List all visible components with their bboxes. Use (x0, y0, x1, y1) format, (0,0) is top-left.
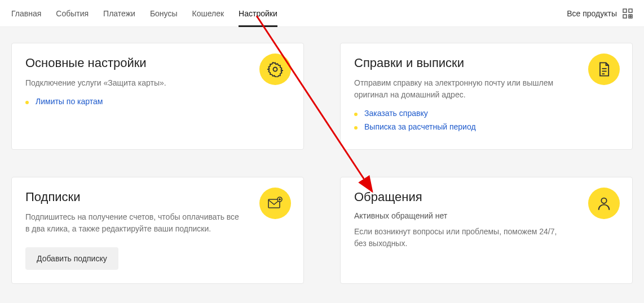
all-products-link[interactable]: Все продукты (567, 8, 633, 19)
tab-main[interactable]: Главная (11, 0, 41, 26)
card-links: Заказать справку Выписка за расчетный пе… (354, 109, 619, 131)
document-icon (588, 54, 620, 85)
person-icon (588, 188, 620, 219)
card-desc: Если возникнут вопросы или проблемы, пом… (354, 226, 568, 249)
all-products-label: Все продукты (567, 9, 617, 18)
card-title: Справки и выписки (354, 56, 619, 70)
card-desc: Подключение услуги «Защита карты». (25, 77, 240, 89)
tab-bonuses[interactable]: Бонусы (150, 0, 178, 26)
card-title: Основные настройки (25, 56, 290, 70)
card-desc: Отправим справку на электронную почту ил… (354, 77, 568, 101)
card-statements[interactable]: Справки и выписки Отправим справку на эл… (340, 43, 633, 150)
svg-rect-2 (623, 15, 627, 18)
tab-settings[interactable]: Настройки (239, 0, 277, 26)
top-nav-bar: Главная События Платежи Бонусы Кошелек Н… (0, 0, 644, 27)
grid-icon (623, 8, 633, 19)
card-title: Подписки (25, 190, 290, 204)
svg-rect-0 (623, 9, 627, 12)
card-sub: Активных обращений нет (354, 211, 619, 220)
nav-tabs: Главная События Платежи Бонусы Кошелек Н… (11, 0, 277, 26)
card-subscriptions[interactable]: Подписки Подпишитесь на получение счетов… (11, 177, 304, 284)
tab-wallet[interactable]: Кошелек (192, 0, 224, 26)
card-title: Обращения (354, 190, 619, 204)
svg-rect-1 (629, 9, 632, 12)
tab-events[interactable]: События (56, 0, 89, 26)
card-main-settings[interactable]: Основные настройки Подключение услуги «З… (11, 43, 304, 150)
add-subscription-button[interactable]: Добавить подписку (25, 247, 118, 270)
envelope-plus-icon (259, 188, 291, 219)
content-grid: Основные настройки Подключение услуги «З… (0, 27, 644, 295)
card-desc: Подпишитесь на получение счетов, чтобы о… (25, 211, 240, 235)
tab-payments[interactable]: Платежи (103, 0, 135, 26)
link-period-statement[interactable]: Выписка за расчетный период (364, 122, 476, 131)
card-requests[interactable]: Обращения Активных обращений нет Если во… (340, 177, 633, 284)
svg-point-6 (274, 68, 277, 72)
svg-point-14 (601, 198, 606, 203)
link-card-limits[interactable]: Лимиты по картам (36, 97, 103, 106)
link-order-statement[interactable]: Заказать справку (364, 109, 428, 118)
card-links: Лимиты по картам (25, 97, 290, 106)
gear-icon (259, 54, 291, 85)
